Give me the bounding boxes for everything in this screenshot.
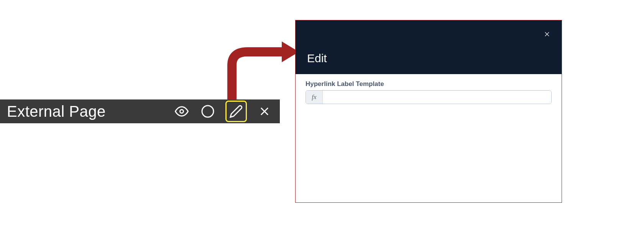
- fx-icon[interactable]: fx: [306, 91, 323, 104]
- edit-panel: Edit Hyperlink Label Template fx: [295, 20, 562, 203]
- circle-icon[interactable]: [199, 103, 216, 120]
- close-button[interactable]: [542, 29, 552, 40]
- arrow-annotation: [220, 35, 301, 104]
- svg-point-0: [180, 110, 184, 113]
- pencil-icon[interactable]: [225, 101, 247, 122]
- eye-icon[interactable]: [173, 103, 190, 120]
- hyperlink-label-input-wrap: fx: [306, 90, 552, 104]
- field-label: Hyperlink Label Template: [306, 80, 552, 88]
- svg-point-1: [202, 106, 214, 117]
- edit-panel-header: Edit: [296, 20, 562, 74]
- edit-panel-title: Edit: [307, 52, 327, 65]
- toolbar-actions: [173, 101, 273, 122]
- hyperlink-label-input[interactable]: [323, 91, 551, 104]
- toolbar-title: External Page: [7, 103, 173, 120]
- edit-panel-body: Hyperlink Label Template fx: [296, 74, 562, 110]
- close-icon[interactable]: [256, 103, 273, 120]
